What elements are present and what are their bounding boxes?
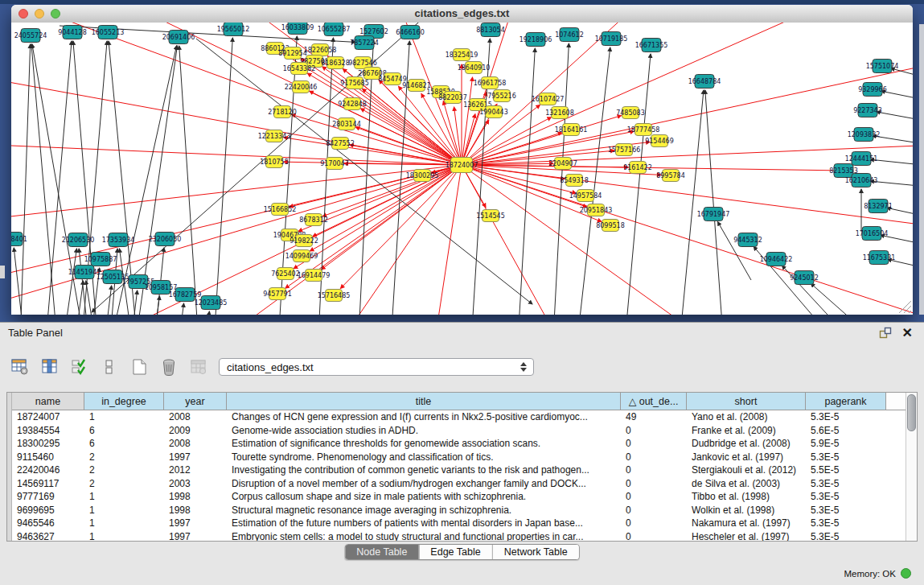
node-label: 17016504 <box>856 230 889 237</box>
table-settings-button[interactable] <box>10 356 31 377</box>
show-columns-button[interactable] <box>39 356 60 377</box>
column-header-pagerank[interactable]: pagerank <box>806 393 886 410</box>
node-label: 9457791 <box>263 290 292 298</box>
node-label: 20951843 <box>580 207 613 214</box>
node-label: 7625402 <box>271 270 300 278</box>
node-label: 1527602 <box>359 28 388 35</box>
node-label: 16210643 <box>845 177 878 184</box>
node-label: 8995784 <box>656 172 685 179</box>
window-titlebar[interactable]: citations_edges.txt <box>11 5 913 23</box>
select-mode-button[interactable] <box>69 356 90 377</box>
panel-title: Table Panel <box>8 327 63 339</box>
tab-node-table[interactable]: Node Table <box>345 545 418 559</box>
scrollbar-thumb[interactable] <box>907 394 916 431</box>
canvas-resize-grip[interactable] <box>899 301 911 313</box>
node-label: 15751074 <box>866 63 899 70</box>
cell-short: Dudbridge et al. (2008) <box>687 438 806 449</box>
black-edge <box>705 90 725 315</box>
table-row[interactable]: 1938455462009Genome-wide association stu… <box>12 424 906 438</box>
table-row[interactable]: 1830029562008Estimation of significance … <box>12 437 906 451</box>
cell-in_degree: 1 <box>84 517 164 529</box>
node-label: 18640910 <box>458 64 491 72</box>
cell-year: 2008 <box>164 438 227 449</box>
column-header-year[interactable]: year <box>164 393 227 410</box>
cell-out_de: 0 <box>621 531 687 541</box>
node-label: 9245012 <box>790 274 819 282</box>
node-label: 19565012 <box>217 26 250 33</box>
cell-year: 2008 <box>164 411 227 422</box>
column-header-short[interactable]: short <box>687 393 806 410</box>
node-label: 8186328 <box>321 60 350 67</box>
table-row[interactable]: 2242004622012Investigating the contribut… <box>12 463 906 477</box>
cell-name: 9115460 <box>12 451 84 463</box>
column-header-in_degree[interactable]: in_degree <box>84 393 164 410</box>
table-row[interactable]: 969969511998Structural magnetic resonanc… <box>12 504 906 517</box>
float-panel-icon[interactable] <box>879 327 892 340</box>
black-edge <box>212 38 232 315</box>
table-row[interactable]: 977716911998Corpus callosum shape and si… <box>12 490 906 504</box>
node-label: 8427552 <box>326 140 355 147</box>
table-row[interactable]: 946554611997Estimation of the future num… <box>12 517 906 530</box>
node-label: 8822037 <box>438 94 467 101</box>
table-row[interactable]: 1872400712008Changes of HCN gene express… <box>12 410 906 424</box>
cell-title: Embryonic stem cells: a model to study s… <box>227 531 621 541</box>
cell-short: Wolkin et al. (1998) <box>687 505 806 516</box>
cell-year: 1997 <box>164 531 227 541</box>
cell-title: Changes of HCN gene expression and I(f) … <box>227 411 621 422</box>
close-panel-icon[interactable]: ✕ <box>902 325 913 340</box>
black-edge <box>622 54 651 315</box>
node-label: 11675331 <box>863 254 896 262</box>
table-row[interactable]: 946362711997Embryonic stem cells: a mode… <box>12 530 906 542</box>
cell-year: 2012 <box>164 464 227 476</box>
network-canvas[interactable]: 2405572490441281605521320691406195650121… <box>11 23 913 315</box>
black-edge <box>811 283 880 315</box>
cell-out_de: 0 <box>621 491 687 502</box>
tab-edge-table[interactable]: Edge Table <box>418 545 491 559</box>
column-header-name[interactable]: name <box>12 393 84 410</box>
node-label: 10958157 <box>145 284 178 291</box>
black-edge <box>175 303 184 315</box>
node-label: 9227343 <box>853 107 882 114</box>
column-header-title[interactable]: title <box>227 393 621 410</box>
cell-in_degree: 1 <box>84 531 164 541</box>
cell-out_de: 0 <box>621 478 687 489</box>
cell-out_de: 0 <box>621 464 687 476</box>
cell-name: 18300295 <box>12 438 84 449</box>
column-header-out_de[interactable]: △ out_de... <box>621 393 687 410</box>
black-edge <box>101 286 112 315</box>
node-label: 7485083 <box>616 109 645 117</box>
cell-short: de Silva et al. (2003) <box>687 478 806 489</box>
row-height-button[interactable] <box>99 356 120 377</box>
table-row[interactable]: 911546021997Tourette syndrome. Phenomeno… <box>12 451 906 464</box>
node-label: 14957584 <box>569 192 602 200</box>
node-label: 16961758 <box>474 80 507 87</box>
node-label: 2204907 <box>548 160 577 167</box>
node-label: 8132971 <box>864 203 893 210</box>
node-label: 18164161 <box>555 126 588 134</box>
network-view-window: citations_edges.txt 24055724904412816055… <box>11 5 913 315</box>
node-label: 9827546 <box>348 60 377 67</box>
cell-out_de: 0 <box>621 517 687 529</box>
node-label: 19218906 <box>519 36 552 43</box>
cell-short: Stergiakouli et al. (2012) <box>687 464 806 476</box>
node-table: namein_degreeyeartitle△ out_de...shortpa… <box>6 392 918 542</box>
cell-name: 19384554 <box>12 425 84 436</box>
network-table-select[interactable]: citations_edges.txt <box>219 358 534 376</box>
table-vertical-scrollbar[interactable] <box>906 393 917 541</box>
memory-status-led[interactable] <box>901 568 911 579</box>
black-edge <box>132 46 177 315</box>
black-edge <box>888 259 913 276</box>
tab-network-table[interactable]: Network Table <box>492 545 579 559</box>
table-row[interactable]: 1456911722003Disruption of a novel membe… <box>12 477 906 491</box>
delete-column-button[interactable] <box>158 356 179 377</box>
node-label: 15166852 <box>264 206 297 213</box>
node-label: 22420046 <box>285 84 318 91</box>
node-label: 14099469 <box>285 253 318 260</box>
cell-name: 18724007 <box>12 411 84 422</box>
new-column-button[interactable] <box>129 356 150 377</box>
status-bar: Memory: OK <box>844 568 911 579</box>
node-label: 8813054 <box>476 27 505 34</box>
cell-in_degree: 2 <box>84 478 164 489</box>
cell-in_degree: 1 <box>84 491 164 502</box>
node-label: 18300295 <box>406 172 439 179</box>
